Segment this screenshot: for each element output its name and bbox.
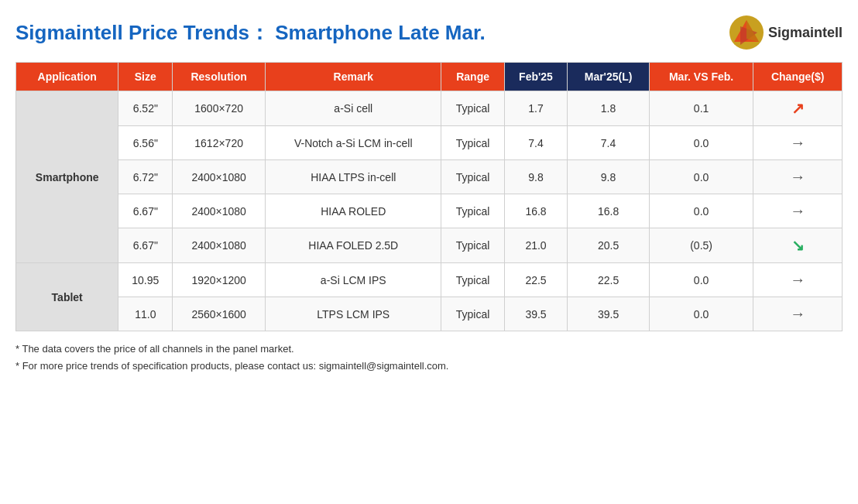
cell-mar25: 39.5 [568, 297, 650, 331]
cell-mar25: 9.8 [568, 160, 650, 194]
cell-feb25: 1.7 [504, 91, 568, 126]
cell-feb25: 22.5 [504, 263, 568, 297]
logo-text: Sigmaintell [768, 25, 843, 41]
col-remark: Remark [266, 63, 441, 91]
cell-remark: a-Si cell [266, 91, 441, 126]
table-wrapper: Application Size Resolution Remark Range… [15, 62, 843, 331]
cell-remark: HIAA LTPS in-cell [266, 160, 441, 194]
cell-range: Typical [441, 194, 504, 228]
logo-container: Sigmaintell [729, 15, 843, 50]
change-arrow-icon: → [790, 134, 805, 151]
cell-change: → [753, 297, 843, 331]
cell-resolution: 1920×1200 [173, 263, 266, 297]
page-title: Sigmaintell Price Trends： Smartphone Lat… [15, 19, 486, 46]
table-row: 11.02560×1600LTPS LCM IPSTypical39.539.5… [16, 297, 843, 331]
cell-resolution: 2560×1600 [173, 297, 266, 331]
cell-size: 6.52" [118, 91, 173, 126]
cell-mar25: 16.8 [568, 194, 650, 228]
app-cell-tablet: Tablet [16, 263, 118, 331]
table-row: 6.56"1612×720V-Notch a-Si LCM in-cellTyp… [16, 126, 843, 160]
cell-range: Typical [441, 297, 504, 331]
cell-resolution: 1612×720 [173, 126, 266, 160]
cell-mar-vs-feb: (0.5) [649, 228, 753, 263]
cell-mar-vs-feb: 0.0 [649, 297, 753, 331]
col-application: Application [16, 63, 118, 91]
cell-change: → [753, 263, 843, 297]
cell-mar-vs-feb: 0.0 [649, 194, 753, 228]
cell-feb25: 21.0 [504, 228, 568, 263]
app-cell-smartphone: Smartphone [16, 91, 118, 263]
cell-mar25: 7.4 [568, 126, 650, 160]
cell-range: Typical [441, 228, 504, 263]
cell-size: 6.67" [118, 228, 173, 263]
cell-mar-vs-feb: 0.0 [649, 126, 753, 160]
cell-mar25: 1.8 [568, 91, 650, 126]
cell-change: → [753, 194, 843, 228]
table-row: Smartphone6.52"1600×720a-Si cellTypical1… [16, 91, 843, 126]
table-row: 6.67"2400×1080HIAA ROLEDTypical16.816.80… [16, 194, 843, 228]
change-arrow-icon: ↗ [791, 100, 805, 117]
footer-note2: * For more price trends of specification… [15, 358, 843, 375]
cell-mar-vs-feb: 0.0 [649, 160, 753, 194]
col-mar25: Mar'25(L) [568, 63, 650, 91]
change-arrow-icon: → [790, 168, 805, 185]
cell-size: 6.72" [118, 160, 173, 194]
table-body: Smartphone6.52"1600×720a-Si cellTypical1… [16, 91, 843, 331]
cell-range: Typical [441, 91, 504, 126]
table-row: Tablet10.951920×1200a-Si LCM IPSTypical2… [16, 263, 843, 297]
cell-size: 11.0 [118, 297, 173, 331]
page-header: Sigmaintell Price Trends： Smartphone Lat… [15, 15, 843, 50]
cell-resolution: 2400×1080 [173, 160, 266, 194]
cell-feb25: 16.8 [504, 194, 568, 228]
cell-feb25: 9.8 [504, 160, 568, 194]
cell-change: ↗ [753, 91, 843, 126]
change-arrow-icon: → [790, 305, 805, 322]
cell-mar-vs-feb: 0.1 [649, 91, 753, 126]
cell-resolution: 2400×1080 [173, 194, 266, 228]
col-resolution: Resolution [173, 63, 266, 91]
col-change: Change($) [753, 63, 843, 91]
cell-change: → [753, 160, 843, 194]
cell-size: 10.95 [118, 263, 173, 297]
col-range: Range [441, 63, 504, 91]
cell-feb25: 7.4 [504, 126, 568, 160]
table-row: 6.72"2400×1080HIAA LTPS in-cellTypical9.… [16, 160, 843, 194]
cell-remark: V-Notch a-Si LCM in-cell [266, 126, 441, 160]
cell-mar25: 22.5 [568, 263, 650, 297]
price-table: Application Size Resolution Remark Range… [15, 62, 843, 331]
table-header: Application Size Resolution Remark Range… [16, 63, 843, 91]
cell-mar-vs-feb: 0.0 [649, 263, 753, 297]
cell-size: 6.56" [118, 126, 173, 160]
cell-change: → [753, 126, 843, 160]
cell-remark: LTPS LCM IPS [266, 297, 441, 331]
cell-range: Typical [441, 160, 504, 194]
cell-range: Typical [441, 126, 504, 160]
change-arrow-icon: → [790, 271, 805, 288]
footer-notes: * The data covers the price of all chann… [15, 341, 843, 375]
cell-range: Typical [441, 263, 504, 297]
change-arrow-icon: → [790, 202, 805, 219]
cell-remark: HIAA ROLED [266, 194, 441, 228]
cell-size: 6.67" [118, 194, 173, 228]
sigmaintell-logo-icon [729, 15, 764, 50]
col-size: Size [118, 63, 173, 91]
cell-mar25: 20.5 [568, 228, 650, 263]
cell-resolution: 1600×720 [173, 91, 266, 126]
change-arrow-icon: ↘ [791, 237, 805, 254]
col-mar-vs-feb: Mar. VS Feb. [649, 63, 753, 91]
cell-change: ↘ [753, 228, 843, 263]
footer-note1: * The data covers the price of all chann… [15, 341, 843, 358]
cell-remark: a-Si LCM IPS [266, 263, 441, 297]
cell-resolution: 2400×1080 [173, 228, 266, 263]
table-row: 6.67"2400×1080HIAA FOLED 2.5DTypical21.0… [16, 228, 843, 263]
col-feb25: Feb'25 [504, 63, 568, 91]
cell-feb25: 39.5 [504, 297, 568, 331]
cell-remark: HIAA FOLED 2.5D [266, 228, 441, 263]
